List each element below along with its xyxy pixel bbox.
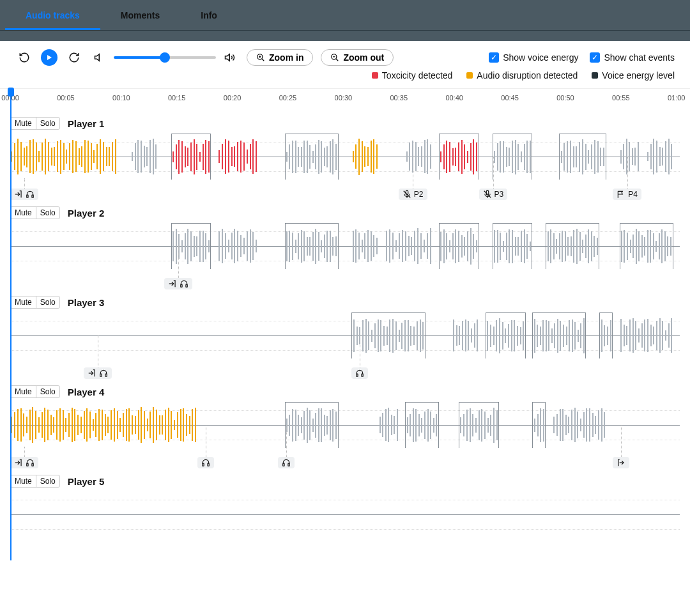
event-marker[interactable]	[84, 367, 112, 379]
audio-segment[interactable]	[493, 134, 533, 180]
checkbox-show-voice-energy[interactable]: ✓Show voice energy	[489, 52, 578, 63]
solo-button[interactable]: Solo	[36, 475, 59, 487]
event-marker[interactable]	[197, 457, 214, 468]
mute-solo-toggle[interactable]: MuteSolo	[10, 296, 60, 309]
audio-segment[interactable]	[131, 134, 158, 180]
solo-button[interactable]: Solo	[36, 386, 59, 397]
undo-button[interactable]	[15, 49, 33, 66]
event-marker[interactable]	[10, 457, 38, 468]
svg-rect-16	[181, 284, 182, 287]
solo-button[interactable]: Solo	[36, 207, 59, 219]
waveform-lane[interactable]	[10, 312, 690, 358]
waveform-lane[interactable]	[10, 134, 690, 180]
solo-button[interactable]: Solo	[36, 118, 59, 129]
audio-segment[interactable]	[459, 402, 499, 448]
audio-segment[interactable]	[285, 134, 339, 180]
svg-rect-19	[105, 374, 107, 376]
exit-icon	[617, 458, 625, 467]
time-ruler[interactable]: 00:0000:0500:1000:1500:2000:2500:3000:35…	[10, 89, 690, 108]
event-marker[interactable]	[278, 457, 295, 468]
mute-button[interactable]: Mute	[11, 296, 36, 308]
audio-segment[interactable]	[559, 134, 606, 180]
audio-segment[interactable]	[405, 402, 438, 448]
zoom-out-label: Zoom out	[343, 52, 384, 63]
volume-slider[interactable]	[114, 56, 216, 59]
event-marker[interactable]	[351, 367, 368, 379]
audio-segment[interactable]	[171, 223, 211, 269]
mute-button[interactable]: Mute	[11, 386, 36, 397]
event-marker[interactable]	[164, 278, 192, 289]
audio-segment[interactable]	[10, 134, 118, 180]
waveform-lane[interactable]	[10, 402, 690, 448]
zoom-in-button[interactable]: Zoom in	[247, 49, 313, 66]
audio-segment[interactable]	[493, 223, 533, 269]
svg-marker-1	[95, 54, 100, 61]
time-tick: 00:05	[57, 94, 75, 102]
track-name: Player 1	[68, 118, 105, 129]
time-tick: 01:00	[668, 94, 686, 102]
event-marker[interactable]	[10, 189, 38, 200]
audio-segment[interactable]	[378, 402, 398, 448]
tab-info[interactable]: Info	[180, 3, 238, 30]
audio-segment[interactable]	[546, 223, 599, 269]
audio-segment[interactable]	[439, 134, 479, 180]
track: MuteSoloPlayer 3	[10, 292, 690, 381]
mute-solo-toggle[interactable]: MuteSolo	[10, 117, 60, 130]
checkbox-show-chat-events[interactable]: ✓Show chat events	[590, 52, 675, 63]
svg-rect-22	[27, 463, 28, 466]
event-marker[interactable]: P3	[479, 189, 508, 200]
toolbar: Zoom in Zoom out ✓Show voice energy✓Show…	[0, 41, 690, 69]
enter-icon	[88, 369, 96, 378]
zoom-in-label: Zoom in	[269, 52, 303, 63]
waveform-lane[interactable]	[10, 223, 690, 269]
legend: Toxcicity detectedAudio disruption detec…	[0, 69, 690, 88]
solo-button[interactable]: Solo	[36, 296, 59, 308]
mute-button[interactable]: Mute	[11, 118, 36, 129]
svg-line-4	[262, 59, 264, 61]
event-marker[interactable]: P2	[399, 189, 427, 200]
audio-segment[interactable]	[439, 223, 479, 269]
legend-item: Audio disruption detected	[466, 70, 578, 81]
audio-segment[interactable]	[351, 223, 378, 269]
audio-segment[interactable]	[620, 312, 673, 358]
waveform-lane[interactable]	[10, 491, 690, 537]
volume-high-icon	[221, 49, 239, 66]
audio-segment[interactable]	[647, 134, 673, 180]
audio-segment[interactable]	[620, 134, 640, 180]
audio-segment[interactable]	[218, 134, 258, 180]
playhead[interactable]	[10, 89, 12, 560]
audio-segment[interactable]	[218, 223, 258, 269]
events-row	[10, 274, 680, 289]
mute-solo-toggle[interactable]: MuteSolo	[10, 206, 60, 219]
mute-solo-toggle[interactable]: MuteSolo	[10, 475, 60, 488]
audio-segment[interactable]	[452, 312, 479, 358]
audio-segment[interactable]	[405, 134, 432, 180]
play-button[interactable]	[41, 49, 57, 66]
mic-off-icon	[402, 190, 411, 199]
audio-segment[interactable]	[351, 312, 425, 358]
event-marker[interactable]: P4	[613, 189, 641, 200]
mute-solo-toggle[interactable]: MuteSolo	[10, 385, 60, 398]
mute-button[interactable]: Mute	[11, 475, 36, 487]
headphones-icon	[99, 369, 108, 378]
audio-segment[interactable]	[385, 223, 432, 269]
audio-segment[interactable]	[285, 402, 339, 448]
audio-segment[interactable]	[171, 134, 211, 180]
tab-moments[interactable]: Moments	[100, 3, 180, 30]
audio-segment[interactable]	[351, 134, 378, 180]
tab-audio-tracks[interactable]: Audio tracks	[5, 3, 100, 30]
event-label: P2	[414, 190, 424, 199]
zoom-out-button[interactable]: Zoom out	[321, 49, 394, 66]
audio-segment[interactable]	[553, 402, 606, 448]
event-marker[interactable]	[613, 457, 629, 468]
audio-segment[interactable]	[620, 223, 673, 269]
mute-button[interactable]: Mute	[11, 207, 36, 219]
audio-segment[interactable]	[532, 402, 546, 448]
audio-segment[interactable]	[532, 312, 586, 358]
redo-button[interactable]	[65, 49, 83, 66]
audio-segment[interactable]	[599, 312, 613, 358]
legend-item: Voice energy level	[592, 70, 675, 81]
audio-segment[interactable]	[486, 312, 526, 358]
audio-segment[interactable]	[285, 223, 339, 269]
audio-segment[interactable]	[10, 402, 197, 448]
